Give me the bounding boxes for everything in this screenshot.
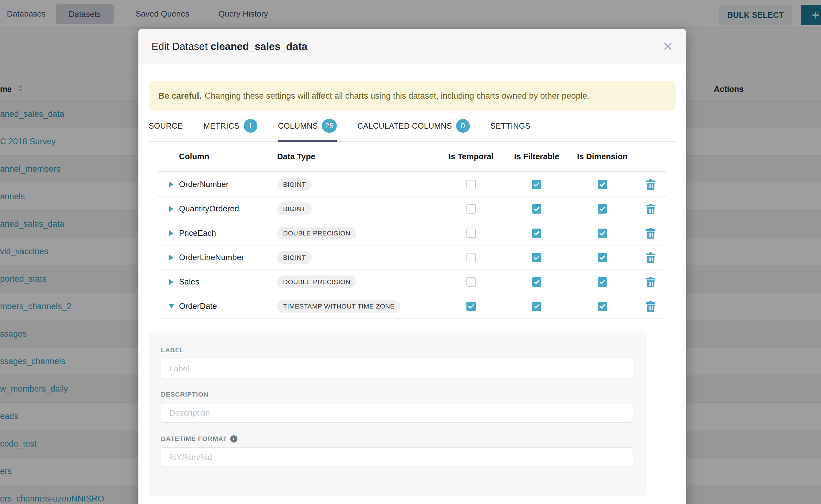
columns-table-header: Column Data Type Is Temporal Is Filterab… — [158, 142, 666, 172]
info-icon[interactable]: i — [230, 435, 237, 442]
is-temporal-checkbox[interactable] — [467, 180, 476, 189]
is-temporal-checkbox[interactable] — [467, 277, 476, 287]
is-filterable-checkbox[interactable] — [532, 302, 542, 311]
is-dimension-checkbox[interactable] — [598, 253, 607, 262]
tab-count-badge: 1 — [244, 119, 257, 133]
data-type-chip: DOUBLE PRECISION — [277, 227, 356, 240]
label-input[interactable] — [161, 359, 633, 378]
tab-label: SETTINGS — [491, 121, 531, 131]
warning-bold-text: Be careful. — [158, 91, 201, 101]
delete-column-button[interactable] — [635, 228, 666, 239]
delete-column-button[interactable] — [635, 252, 666, 263]
delete-column-button[interactable] — [635, 301, 666, 312]
column-row-OrderNumber: OrderNumberBIGINT — [158, 172, 666, 197]
description-input[interactable] — [161, 403, 633, 422]
data-type-chip: BIGINT — [277, 202, 312, 215]
column-name: OrderNumber — [179, 180, 277, 189]
columns-table-body: OrderNumberBIGINTQuantityOrderedBIGINTPr… — [158, 172, 666, 319]
warning-banner: Be careful. Changing these settings will… — [149, 81, 676, 111]
modal-header: Edit Dataset cleaned_sales_data ✕ — [138, 29, 686, 64]
data-type-chip: BIGINT — [277, 178, 312, 191]
is-temporal-checkbox[interactable] — [467, 302, 476, 311]
tab-label: SOURCE — [149, 121, 183, 131]
column-row-OrderDate: OrderDateTIMESTAMP WITHOUT TIME ZONE — [158, 294, 666, 319]
is-filterable-header: Is Filterable — [504, 152, 570, 161]
column-row-QuantityOrdered: QuantityOrderedBIGINT — [158, 197, 666, 221]
label-field-label: LABEL — [161, 346, 634, 354]
is-temporal-checkbox[interactable] — [467, 229, 476, 238]
delete-column-button[interactable] — [635, 179, 666, 190]
is-temporal-header: Is Temporal — [438, 152, 504, 161]
column-name: QuantityOrdered — [179, 204, 277, 214]
tab-calculated-columns[interactable]: CALCULATED COLUMNS0 — [357, 110, 470, 141]
trash-icon — [646, 277, 655, 287]
edit-dataset-modal: Edit Dataset cleaned_sales_data ✕ Be car… — [138, 29, 686, 504]
datetime-format-input[interactable] — [161, 447, 633, 467]
is-filterable-checkbox[interactable] — [532, 229, 542, 238]
delete-column-button[interactable] — [635, 204, 666, 214]
expand-caret-icon[interactable] — [169, 255, 173, 260]
tab-count-badge: 0 — [456, 119, 470, 133]
tab-label: COLUMNS — [278, 121, 318, 131]
is-filterable-checkbox[interactable] — [532, 253, 542, 262]
is-filterable-checkbox[interactable] — [532, 277, 542, 287]
tab-settings[interactable]: SETTINGS — [491, 110, 531, 141]
warning-text: Changing these settings will affect all … — [205, 91, 590, 101]
is-dimension-checkbox[interactable] — [598, 277, 607, 287]
column-name: OrderDate — [179, 301, 277, 311]
columns-table: Column Data Type Is Temporal Is Filterab… — [158, 142, 666, 319]
is-temporal-checkbox[interactable] — [467, 204, 476, 214]
datetime-format-field-label: DATETIME FORMAT i — [161, 435, 634, 442]
is-dimension-header: Is Dimension — [570, 152, 635, 161]
modal-title-prefix: Edit Dataset — [151, 41, 208, 52]
column-detail-panel: LABEL DESCRIPTION DATETIME FORMAT i — [149, 333, 647, 496]
expand-caret-icon[interactable] — [169, 230, 173, 236]
trash-icon — [646, 252, 655, 263]
is-dimension-checkbox[interactable] — [598, 302, 607, 311]
is-temporal-checkbox[interactable] — [467, 253, 476, 262]
column-row-PriceEach: PriceEachDOUBLE PRECISION — [158, 221, 666, 245]
tab-count-badge: 25 — [322, 119, 337, 133]
tab-label: CALCULATED COLUMNS — [357, 121, 452, 131]
column-row-OrderLineNumber: OrderLineNumberBIGINT — [158, 245, 666, 270]
data-type-header: Data Type — [277, 152, 438, 161]
collapse-caret-icon[interactable] — [169, 304, 174, 308]
modal-title-dataset-name: cleaned_sales_data — [210, 41, 307, 52]
tab-source[interactable]: SOURCE — [149, 110, 183, 141]
tab-columns[interactable]: COLUMNS25 — [278, 110, 337, 141]
trash-icon — [646, 179, 655, 190]
is-dimension-checkbox[interactable] — [598, 204, 607, 214]
is-dimension-checkbox[interactable] — [598, 229, 607, 238]
column-name: OrderLineNumber — [179, 253, 277, 262]
modal-title: Edit Dataset cleaned_sales_data — [151, 41, 307, 52]
tab-label: METRICS — [203, 121, 239, 131]
description-field-label: DESCRIPTION — [161, 391, 634, 398]
delete-column-button[interactable] — [635, 277, 666, 287]
modal-tabs: SOURCEMETRICS1COLUMNS25CALCULATED COLUMN… — [149, 111, 676, 142]
trash-icon — [646, 228, 655, 239]
data-type-chip: TIMESTAMP WITHOUT TIME ZONE — [277, 300, 400, 313]
tab-metrics[interactable]: METRICS1 — [203, 110, 257, 141]
expand-caret-icon[interactable] — [169, 206, 173, 212]
column-row-Sales: SalesDOUBLE PRECISION — [158, 270, 666, 294]
data-type-chip: BIGINT — [277, 251, 312, 264]
trash-icon — [646, 301, 655, 312]
close-icon[interactable]: ✕ — [662, 40, 673, 53]
is-filterable-checkbox[interactable] — [532, 204, 542, 214]
data-type-chip: DOUBLE PRECISION — [277, 275, 356, 288]
is-filterable-checkbox[interactable] — [532, 180, 542, 189]
is-dimension-checkbox[interactable] — [598, 180, 607, 189]
column-name: Sales — [179, 277, 277, 287]
expand-caret-icon[interactable] — [169, 182, 173, 187]
expand-caret-icon[interactable] — [169, 279, 173, 285]
column-name: PriceEach — [179, 228, 277, 238]
trash-icon — [646, 204, 655, 214]
column-header: Column — [179, 152, 277, 161]
